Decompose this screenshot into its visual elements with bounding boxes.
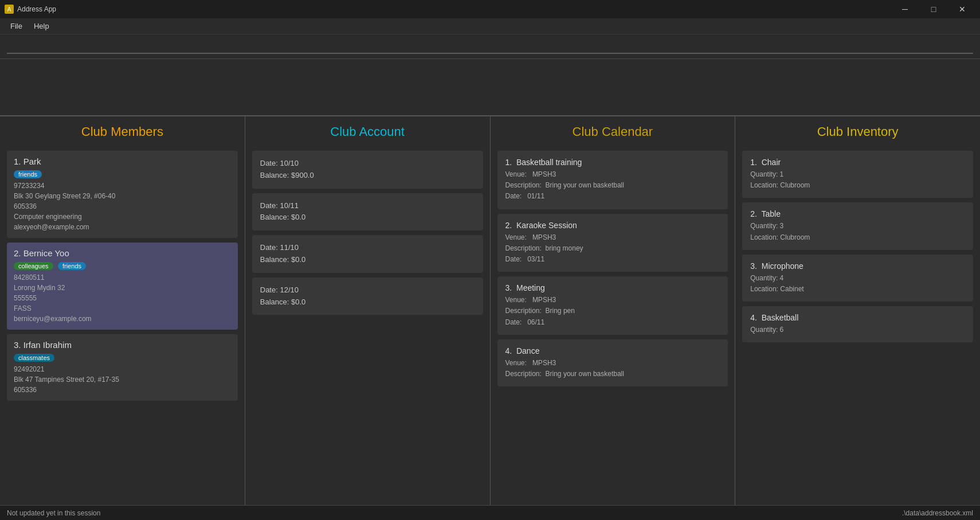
column-account-body: Date: 10/10 Balance: $900.0 Date: 10/11 … (245, 146, 490, 505)
calendar-4-title: 4. Dance (505, 346, 720, 355)
status-bar: Not updated yet in this session .\data\a… (0, 505, 980, 520)
maximize-button[interactable]: □ (920, 0, 947, 18)
account-2-date: Date: 10/11 (260, 200, 475, 212)
status-left: Not updated yet in this session (7, 509, 100, 517)
calendar-2-title: 2. Karaoke Session (505, 221, 720, 230)
member-3-tags: classmates (14, 352, 231, 364)
tag-friends-1: friends (14, 170, 42, 178)
column-inventory-body: 1. Chair Quantity: 1 Location: Clubroom … (735, 146, 980, 505)
tag-colleagues-2: colleagues (14, 262, 53, 270)
column-account-header: Club Account (245, 116, 490, 146)
calendar-3-title: 3. Meeting (505, 283, 720, 292)
account-3-date: Date: 11/10 (260, 242, 475, 254)
menu-file[interactable]: File (5, 19, 28, 33)
column-inventory-header: Club Inventory (735, 116, 980, 146)
column-calendar: Club Calendar 1. Basketball training Ven… (491, 116, 736, 505)
account-card-3[interactable]: Date: 11/10 Balance: $0.0 (252, 235, 483, 273)
member-3-details: 92492021 Blk 47 Tampines Street 20, #17-… (14, 364, 231, 395)
member-3-name: 3. Irfan Ibrahim (14, 340, 231, 350)
minimize-button[interactable]: ─ (892, 0, 918, 18)
column-account: Club Account Date: 10/10 Balance: $900.0… (245, 116, 491, 505)
account-card-4[interactable]: Date: 12/10 Balance: $0.0 (252, 277, 483, 315)
calendar-card-1[interactable]: 1. Basketball training Venue: MPSH3 Desc… (497, 151, 728, 209)
inventory-card-2[interactable]: 2. Table Quantity: 3 Location: Clubroom (742, 202, 973, 249)
inventory-card-3[interactable]: 3. Microphone Quantity: 4 Location: Cabi… (742, 255, 973, 302)
status-right: .\data\addressbook.xml (902, 509, 973, 517)
inventory-2-title: 2. Table (750, 209, 965, 218)
column-calendar-body: 1. Basketball training Venue: MPSH3 Desc… (491, 146, 735, 505)
inventory-card-4[interactable]: 4. Basketball Quantity: 6 (742, 306, 973, 342)
account-4-date: Date: 12/10 (260, 284, 475, 296)
tag-classmates-3: classmates (14, 354, 54, 362)
tag-friends-2: friends (58, 262, 86, 270)
account-card-1[interactable]: Date: 10/10 Balance: $900.0 (252, 151, 483, 189)
close-button[interactable]: ✕ (949, 0, 975, 18)
search-area (0, 34, 980, 59)
column-calendar-header: Club Calendar (491, 116, 735, 146)
inventory-card-1[interactable]: 1. Chair Quantity: 1 Location: Clubroom (742, 151, 973, 198)
member-1-name: 1. Park (14, 157, 231, 166)
menu-help[interactable]: Help (28, 19, 55, 33)
empty-area (0, 59, 980, 116)
account-1-date: Date: 10/10 (260, 158, 475, 170)
inventory-3-details: Quantity: 4 Location: Cabinet (750, 273, 965, 295)
calendar-3-details: Venue: MPSH3 Description: Bring pen Date… (505, 295, 720, 328)
title-bar-left: A Address App (5, 5, 56, 14)
column-members-header: Club Members (0, 116, 245, 146)
member-card-2[interactable]: 2. Bernice Yoo colleagues friends 842805… (7, 243, 238, 330)
inventory-4-title: 4. Basketball (750, 313, 965, 322)
search-input[interactable] (7, 39, 973, 54)
inventory-1-details: Quantity: 1 Location: Clubroom (750, 169, 965, 191)
account-3-balance: Balance: $0.0 (260, 254, 475, 266)
title-bar-controls: ─ □ ✕ (892, 0, 975, 18)
inventory-1-title: 1. Chair (750, 158, 965, 167)
main-content: Club Members 1. Park friends 97233234 Bl… (0, 116, 980, 505)
member-card-1[interactable]: 1. Park friends 97233234 Blk 30 Geylang … (7, 151, 238, 238)
member-1-details: 97233234 Blk 30 Geylang Street 29, #06-4… (14, 181, 231, 232)
inventory-2-details: Quantity: 3 Location: Clubroom (750, 221, 965, 243)
member-2-name: 2. Bernice Yoo (14, 248, 231, 258)
calendar-1-details: Venue: MPSH3 Description: Bring your own… (505, 169, 720, 202)
inventory-3-title: 3. Microphone (750, 261, 965, 271)
account-2-balance: Balance: $0.0 (260, 212, 475, 224)
calendar-2-details: Venue: MPSH3 Description: bring money Da… (505, 232, 720, 265)
calendar-4-details: Venue: MPSH3 Description: Bring your own… (505, 358, 720, 380)
account-1-balance: Balance: $900.0 (260, 170, 475, 182)
member-1-tags: friends (14, 169, 231, 181)
title-bar-title: Address App (17, 5, 56, 13)
calendar-1-title: 1. Basketball training (505, 158, 720, 167)
calendar-card-2[interactable]: 2. Karaoke Session Venue: MPSH3 Descript… (497, 214, 728, 272)
menu-bar: File Help (0, 18, 980, 34)
member-2-details: 84280511 Lorong Mydin 32 555555 FASS ber… (14, 272, 231, 324)
title-bar: A Address App ─ □ ✕ (0, 0, 980, 18)
column-members-body: 1. Park friends 97233234 Blk 30 Geylang … (0, 146, 245, 505)
account-4-balance: Balance: $0.0 (260, 296, 475, 308)
column-members: Club Members 1. Park friends 97233234 Bl… (0, 116, 245, 505)
calendar-card-4[interactable]: 4. Dance Venue: MPSH3 Description: Bring… (497, 339, 728, 386)
member-2-tags: colleagues friends (14, 260, 231, 272)
account-card-2[interactable]: Date: 10/11 Balance: $0.0 (252, 193, 483, 231)
column-inventory: Club Inventory 1. Chair Quantity: 1 Loca… (735, 116, 980, 505)
calendar-card-3[interactable]: 3. Meeting Venue: MPSH3 Description: Bri… (497, 276, 728, 335)
app-icon: A (5, 5, 14, 14)
member-card-3[interactable]: 3. Irfan Ibrahim classmates 92492021 Blk… (7, 334, 238, 401)
inventory-4-details: Quantity: 6 (750, 324, 965, 335)
